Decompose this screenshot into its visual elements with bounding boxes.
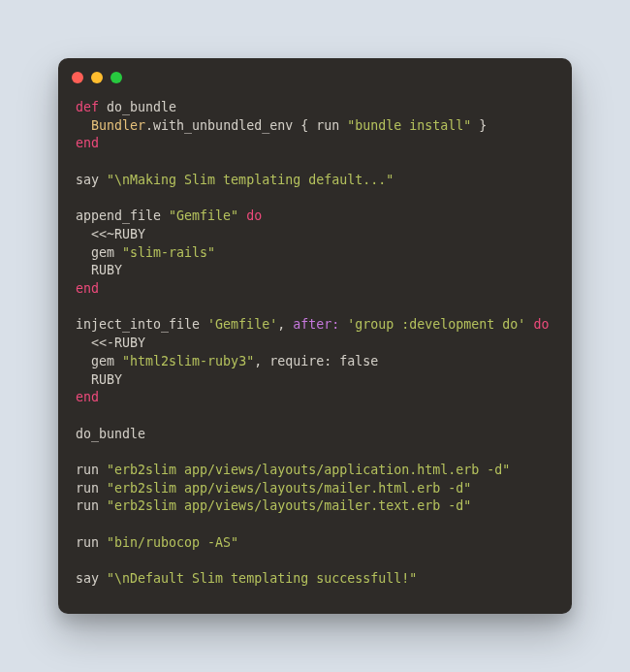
run-call: run [76,535,107,550]
inject-into-file-call: inject_into_file [76,317,207,332]
maximize-icon[interactable] [110,72,122,83]
method-call: do_bundle [76,427,145,441]
say-call: say [76,571,107,586]
string-literal: 'Gemfile' [207,317,277,332]
string-literal: "slim-rails" [122,245,215,260]
brace: { [293,118,316,133]
append-file-call: append_file [76,208,169,223]
heredoc-line: gem [76,354,122,368]
string-literal: "erb2slim app/views/layouts/mailer.html.… [107,481,471,496]
keyword-end: end [76,281,99,296]
keyword-do: do [246,208,262,223]
run-call: run [76,481,107,496]
keyword-def: def [76,100,99,114]
keyword-do: do [533,317,549,332]
heredoc-close: RUBY [76,372,122,387]
string-literal: "\nMaking Slim templating default..." [107,173,394,187]
constant: Bundler [91,118,145,133]
heredoc-close: RUBY [76,263,122,277]
dot: . [145,118,153,133]
run-call: run [76,498,107,513]
heredoc-open: <<-RUBY [76,336,145,350]
string-literal: "html2slim-ruby3" [122,354,254,368]
say-call: say [76,173,107,187]
bool-literal: false [339,354,378,368]
terminal-window: def do_bundle Bundler.with_unbundled_env… [58,58,572,614]
string-literal: "\nDefault Slim templating successfull!" [107,571,417,586]
close-icon[interactable] [72,72,83,83]
minimize-icon[interactable] [91,72,103,83]
brace: } [471,118,487,133]
string-literal: "bundle install" [347,118,471,133]
heredoc-line: gem [76,245,122,260]
string-literal: 'group :development do' [347,317,525,332]
string-literal: "erb2slim app/views/layouts/mailer.text.… [107,498,471,513]
title-bar [58,58,572,87]
space [238,208,246,223]
keyword-end: end [76,390,99,404]
method-call: with_unbundled_env [153,118,293,133]
string-literal: "bin/rubocop -AS" [107,535,238,550]
keyword-end: end [76,136,99,150]
indent [76,118,91,133]
string-literal: "erb2slim app/views/layouts/application.… [107,463,510,477]
heredoc-open: <<~RUBY [76,227,145,241]
run-call: run [76,463,107,477]
run-call: run [316,118,347,133]
method-name: do_bundle [99,100,176,114]
comma: , [277,317,293,332]
code-block: def do_bundle Bundler.with_unbundled_env… [58,87,572,614]
string-literal: "Gemfile" [169,208,238,223]
symbol-key: after: [293,317,339,332]
heredoc-line: , require: [254,354,339,368]
